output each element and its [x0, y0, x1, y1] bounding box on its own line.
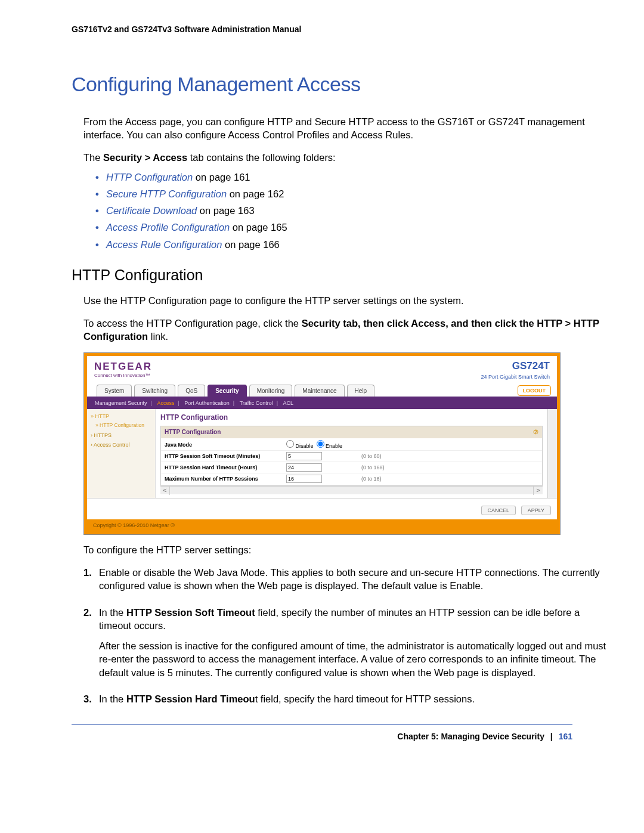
subnav-item-active[interactable]: Access — [157, 400, 174, 406]
section-intro: Use the HTTP Configuration page to confi… — [83, 294, 608, 307]
step-number: 3. — [83, 692, 99, 713]
max-sessions-hint: (0 to 16) — [358, 475, 382, 482]
copyright-bar: Copyright © 1996-2010 Netgear ® — [87, 519, 557, 531]
section-heading: HTTP Configuration — [72, 265, 608, 286]
list-item: •Secure HTTP Configuration on page 162 — [95, 187, 608, 200]
step-item: 2. In the HTTP Session Soft Timeout fiel… — [83, 606, 608, 686]
step-text: In the HTTP Session Hard Timeout field, … — [99, 692, 608, 705]
bullet-icon: • — [95, 221, 106, 234]
step-item: 3. In the HTTP Session Hard Timeout fiel… — [83, 692, 608, 713]
hard-timeout-label: HTTP Session Hard Timeout (Hours) — [161, 462, 286, 473]
cancel-button[interactable]: CANCEL — [481, 506, 516, 515]
post-screenshot-text: To configure the HTTP server settings: — [83, 543, 608, 556]
apply-button[interactable]: APPLY — [521, 506, 551, 515]
config-box-title: HTTP Configuration — [165, 428, 221, 436]
vertical-scrollbar[interactable] — [547, 409, 557, 498]
tab-qos[interactable]: QoS — [178, 385, 205, 397]
bullet-icon: • — [95, 187, 106, 200]
cross-ref-link[interactable]: Secure HTTP Configuration — [106, 188, 227, 199]
scroll-right-icon[interactable]: > — [533, 487, 543, 495]
subnav-item[interactable]: Management Security — [95, 400, 147, 406]
page-footer: Chapter 5: Managing Device Security | 16… — [36, 731, 572, 742]
list-item: •Access Rule Configuration on page 166 — [95, 238, 608, 251]
sidebar-item-http-config[interactable]: » HTTP Configuration — [87, 421, 155, 430]
step-text: Enable or disable the Web Java Mode. Thi… — [99, 566, 608, 593]
ui-main-panel: HTTP Configuration HTTP Configuration ⑦ … — [156, 409, 547, 498]
chapter-label: Chapter 5: Managing Device Security — [397, 732, 544, 741]
brand-block: NETGEAR Connect with Innovation™ — [94, 360, 152, 380]
java-enable-radio[interactable] — [317, 440, 324, 448]
sidebar-item-http[interactable]: » HTTP — [87, 411, 155, 421]
page-heading: Configuring Management Access — [72, 71, 608, 98]
config-box: HTTP Configuration ⑦ Java Mode Disable E… — [160, 426, 543, 486]
hard-timeout-input[interactable] — [286, 463, 322, 472]
bullet-icon: • — [95, 238, 106, 251]
tab-sentence: The Security > Access tab contains the f… — [83, 151, 608, 164]
max-sessions-input[interactable] — [286, 475, 322, 483]
sidebar-item-https[interactable]: › HTTPS — [87, 431, 155, 440]
subnav-item[interactable]: Traffic Control — [240, 400, 273, 406]
java-mode-label: Java Mode — [161, 439, 286, 450]
tab-system[interactable]: System — [97, 385, 132, 397]
tab-maintenance[interactable]: Maintenance — [295, 385, 344, 397]
ui-header: NETGEAR Connect with Innovation™ GS724T … — [87, 356, 557, 382]
help-icon[interactable]: ⑦ — [533, 428, 538, 436]
subnav-item[interactable]: Port Authentication — [184, 400, 230, 406]
manual-title: GS716Tv2 and GS724Tv3 Software Administr… — [72, 24, 608, 35]
horizontal-scrollbar[interactable]: < > — [160, 486, 543, 494]
steps-list: 1. Enable or disable the Web Java Mode. … — [83, 566, 608, 713]
embedded-screenshot: NETGEAR Connect with Innovation™ GS724T … — [83, 352, 561, 534]
bullet-icon: • — [95, 171, 106, 184]
tab-security[interactable]: Security — [208, 385, 246, 397]
brand-tagline: Connect with Innovation™ — [94, 373, 152, 379]
sidebar-item-access-control[interactable]: › Access Control — [87, 440, 155, 450]
model-name: GS724T — [481, 360, 550, 373]
netgear-logo: NETGEAR — [94, 361, 152, 372]
list-item: •Access Profile Configuration on page 16… — [95, 221, 608, 234]
cross-ref-link[interactable]: Access Rule Configuration — [106, 239, 222, 250]
cross-ref-link[interactable]: HTTP Configuration — [106, 172, 193, 182]
list-item: •HTTP Configuration on page 161 — [95, 171, 608, 184]
list-item: •Certificate Download on page 163 — [95, 204, 608, 217]
panel-title: HTTP Configuration — [160, 413, 543, 422]
ui-sidebar: » HTTP » HTTP Configuration › HTTPS › Ac… — [87, 409, 156, 498]
page-number: 161 — [559, 732, 572, 741]
soft-timeout-hint: (0 to 60) — [358, 453, 382, 460]
step-item: 1. Enable or disable the Web Java Mode. … — [83, 566, 608, 600]
subnav-item[interactable]: ACL — [283, 400, 294, 406]
java-disable-radio[interactable] — [286, 440, 294, 448]
step-number: 1. — [83, 566, 99, 600]
step-extra: After the session is inactive for the co… — [99, 639, 608, 679]
java-mode-radios: Disable Enable — [286, 440, 358, 450]
cross-ref-link[interactable]: Certificate Download — [106, 205, 197, 216]
step-number: 2. — [83, 606, 99, 686]
bullet-icon: • — [95, 204, 106, 217]
hard-timeout-hint: (0 to 168) — [358, 464, 385, 471]
logout-button[interactable]: LOGOUT — [518, 385, 552, 396]
scroll-left-icon[interactable]: < — [160, 487, 170, 495]
cross-ref-link[interactable]: Access Profile Configuration — [106, 222, 230, 233]
footer-rule — [72, 724, 572, 725]
folder-bullet-list: •HTTP Configuration on page 161 •Secure … — [95, 171, 608, 251]
intro-paragraph: From the Access page, you can configure … — [83, 115, 608, 142]
tab-help[interactable]: Help — [347, 385, 375, 397]
step-text: In the HTTP Session Soft Timeout field, … — [99, 606, 608, 633]
main-tabs: System Switching QoS Security Monitoring… — [87, 382, 557, 397]
model-subtitle: 24 Port Gigabit Smart Switch — [481, 373, 550, 380]
soft-timeout-input[interactable] — [286, 452, 322, 460]
model-block: GS724T 24 Port Gigabit Smart Switch — [481, 360, 550, 380]
button-bar: CANCEL APPLY — [87, 498, 557, 519]
tab-monitoring[interactable]: Monitoring — [249, 385, 293, 397]
tab-switching[interactable]: Switching — [134, 385, 175, 397]
sub-nav: Management Security| Access| Port Authen… — [87, 397, 557, 409]
max-sessions-label: Maximum Number of HTTP Sessions — [161, 473, 286, 484]
soft-timeout-label: HTTP Session Soft Timeout (Minutes) — [161, 451, 286, 462]
access-instruction: To access the HTTP Configuration page, c… — [83, 317, 608, 343]
